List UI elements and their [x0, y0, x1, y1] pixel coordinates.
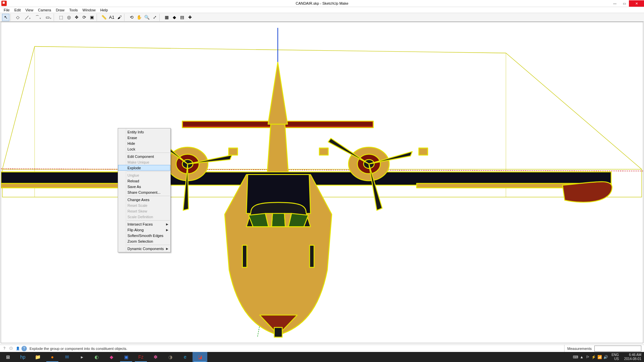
- toolbar: ↖◇／▼⌒▼▭▼⬚◎✥⟳▣📏A1🖌⟲✋🔍⤢▦◆▤✚: [0, 13, 488, 22]
- ctx-dynamic-components[interactable]: Dynamic Components▶: [118, 246, 170, 251]
- ctx-edit-component[interactable]: Edit Component: [118, 154, 170, 159]
- menu-help[interactable]: Help: [98, 7, 110, 13]
- ctx-hide[interactable]: Hide: [118, 140, 170, 146]
- paint-tool[interactable]: 🖌: [116, 14, 123, 21]
- ctx-unglue: Unglue: [118, 172, 170, 178]
- text-tool[interactable]: A1: [108, 14, 115, 21]
- eraser-tool[interactable]: ◇: [14, 14, 21, 21]
- tape-tool[interactable]: 📏: [100, 14, 108, 21]
- ctx-reset-scale: Reset Scale: [118, 202, 170, 208]
- svg-rect-25: [310, 245, 314, 267]
- menu-window[interactable]: Window: [80, 7, 98, 13]
- title-bar: CANDAIR.skp - SketchUp Make — ▭ ✕: [0, 0, 488, 7]
- scale-tool[interactable]: ▣: [88, 14, 96, 21]
- outliner-tool[interactable]: ▤: [178, 14, 186, 21]
- app-icon: [1, 1, 7, 6]
- ctx-reset-skew: Reset Skew: [118, 208, 170, 214]
- arc-tool[interactable]: ⌒▼: [32, 14, 42, 21]
- ctx-lock[interactable]: Lock: [118, 146, 170, 152]
- viewport-3d[interactable]: Entity InfoEraseHideLockEdit ComponentMa…: [1, 22, 488, 274]
- ctx-save-as[interactable]: Save As: [118, 184, 170, 189]
- menu-tools[interactable]: Tools: [67, 7, 80, 13]
- svg-rect-13: [417, 183, 488, 188]
- pushpull-tool[interactable]: ⬚: [57, 14, 65, 21]
- shape-tool[interactable]: ▭▼: [43, 14, 53, 21]
- ctx-reload[interactable]: Reload: [118, 178, 170, 184]
- pan-tool[interactable]: ✋: [136, 14, 143, 21]
- svg-rect-24: [243, 245, 247, 267]
- orbit-tool[interactable]: ⟲: [128, 14, 135, 21]
- svg-rect-23: [419, 148, 428, 155]
- menu-edit[interactable]: Edit: [12, 7, 23, 13]
- ctx-explode[interactable]: Explode: [118, 165, 170, 171]
- layers-tool[interactable]: ◆: [171, 14, 178, 21]
- warehouse-tool[interactable]: ▦: [163, 14, 170, 21]
- svg-line-1: [2, 47, 35, 169]
- menu-view[interactable]: View: [23, 7, 36, 13]
- menu-file[interactable]: File: [1, 7, 12, 13]
- select-tool[interactable]: ↖: [2, 14, 9, 21]
- window-title: CANDAIR.skp - SketchUp Make: [296, 1, 348, 5]
- ctx-make-unique: Make Unique: [118, 159, 170, 165]
- menu-camera[interactable]: Camera: [36, 7, 53, 13]
- offset-tool[interactable]: ◎: [65, 14, 72, 21]
- line-tool[interactable]: ／▼: [22, 14, 32, 21]
- ctx-scale-definition: Scale Definition: [118, 214, 170, 220]
- zoom-tool[interactable]: 🔍: [143, 14, 151, 21]
- ctx-flip-along[interactable]: Flip Along▶: [118, 227, 170, 233]
- menu-draw[interactable]: Draw: [53, 7, 67, 13]
- svg-rect-12: [1, 183, 133, 188]
- zoom-extents-tool[interactable]: ⤢: [151, 14, 158, 21]
- svg-rect-22: [319, 148, 328, 155]
- ctx-erase[interactable]: Erase: [118, 135, 170, 140]
- ctx-soften-smooth-edges[interactable]: Soften/Smooth Edges: [118, 233, 170, 238]
- move-tool[interactable]: ✥: [73, 14, 80, 21]
- context-menu: Entity InfoEraseHideLockEdit ComponentMa…: [118, 128, 171, 252]
- ctx-change-axes[interactable]: Change Axes: [118, 197, 170, 202]
- svg-line-3: [35, 47, 488, 53]
- svg-rect-21: [229, 148, 237, 155]
- ctx-zoom-selection[interactable]: Zoom Selection: [118, 238, 170, 244]
- ctx-intersect-faces[interactable]: Intersect Faces▶: [118, 221, 170, 227]
- ctx-entity-info[interactable]: Entity Info: [118, 129, 170, 135]
- extension-tool[interactable]: ✚: [186, 14, 194, 21]
- ctx-share-component[interactable]: Share Component...: [118, 189, 170, 195]
- menu-bar: FileEditViewCameraDrawToolsWindowHelp: [0, 7, 488, 13]
- rotate-tool[interactable]: ⟳: [80, 14, 88, 21]
